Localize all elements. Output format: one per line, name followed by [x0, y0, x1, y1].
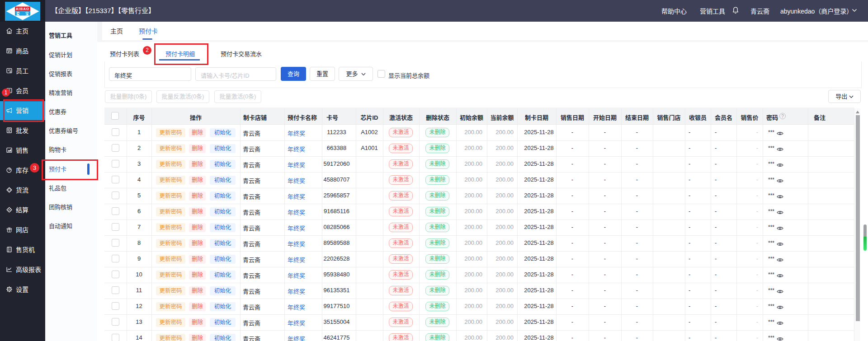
svg-text:爱: 爱 — [16, 11, 20, 16]
svg-text:宝: 宝 — [25, 11, 29, 16]
svg-text:AIBAO: AIBAO — [16, 7, 29, 11]
